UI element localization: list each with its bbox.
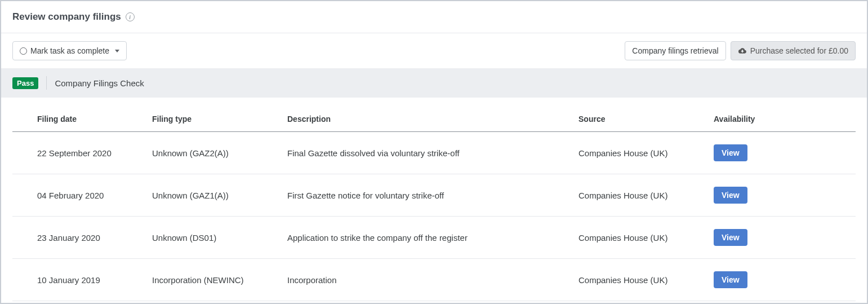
cell-source: Companies House (UK) (574, 174, 709, 217)
page-header: Review company filings i (1, 1, 867, 33)
status-bar: Pass Company Filings Check (1, 68, 867, 98)
filings-table: Filing date Filing type Description Sour… (12, 109, 856, 301)
table-row: 10 January 2019Incorporation (NEWINC)Inc… (12, 259, 856, 301)
purchase-selected-button[interactable]: Purchase selected for £0.00 (731, 41, 856, 60)
cell-availability: View (709, 132, 856, 174)
cell-filing-date: 10 January 2019 (12, 259, 148, 301)
table-row: 23 January 2020Unknown (DS01)Application… (12, 217, 856, 259)
col-header-filing-date: Filing date (12, 109, 148, 132)
page-title: Review company filings (12, 11, 121, 23)
purchase-selected-label: Purchase selected for £0.00 (750, 46, 848, 55)
table-container: Filing date Filing type Description Sour… (1, 109, 867, 301)
col-header-source: Source (574, 109, 709, 132)
cloud-download-icon (738, 47, 747, 55)
divider (46, 76, 47, 90)
view-button[interactable]: View (714, 187, 747, 204)
col-header-filing-type: Filing type (148, 109, 283, 132)
info-icon[interactable]: i (126, 12, 135, 21)
view-button[interactable]: View (714, 144, 747, 161)
table-row: 22 September 2020Unknown (GAZ2(A))Final … (12, 132, 856, 174)
status-text: Company Filings Check (55, 78, 144, 88)
filings-retrieval-button[interactable]: Company filings retrieval (625, 41, 725, 60)
cell-filing-type: Unknown (GAZ2(A)) (148, 132, 283, 174)
view-button[interactable]: View (714, 271, 747, 288)
cell-availability: View (709, 217, 856, 259)
view-button[interactable]: View (714, 229, 747, 246)
cell-filing-date: 22 September 2020 (12, 132, 148, 174)
status-badge: Pass (12, 77, 38, 89)
cell-source: Companies House (UK) (574, 259, 709, 301)
cell-filing-type: Unknown (GAZ1(A)) (148, 174, 283, 217)
col-header-description: Description (283, 109, 574, 132)
cell-availability: View (709, 174, 856, 217)
cell-filing-type: Unknown (DS01) (148, 217, 283, 259)
cell-description: Incorporation (283, 259, 574, 301)
toolbar: Mark task as complete Company filings re… (1, 33, 867, 68)
cell-description: First Gazette notice for voluntary strik… (283, 174, 574, 217)
toolbar-right: Company filings retrieval Purchase selec… (625, 41, 856, 60)
toolbar-left: Mark task as complete (12, 41, 127, 60)
col-header-availability: Availability (709, 109, 856, 132)
table-header-row: Filing date Filing type Description Sour… (12, 109, 856, 132)
cell-description: Application to strike the company off th… (283, 217, 574, 259)
filings-retrieval-label: Company filings retrieval (632, 46, 718, 55)
mark-complete-button[interactable]: Mark task as complete (12, 41, 127, 60)
table-row: 04 February 2020Unknown (GAZ1(A))First G… (12, 174, 856, 217)
cell-source: Companies House (UK) (574, 217, 709, 259)
mark-complete-label: Mark task as complete (30, 46, 109, 55)
cell-description: Final Gazette dissolved via voluntary st… (283, 132, 574, 174)
cell-filing-date: 23 January 2020 (12, 217, 148, 259)
cell-source: Companies House (UK) (574, 132, 709, 174)
cell-filing-date: 04 February 2020 (12, 174, 148, 217)
cell-filing-type: Incorporation (NEWINC) (148, 259, 283, 301)
radio-icon (20, 47, 27, 55)
cell-availability: View (709, 259, 856, 301)
